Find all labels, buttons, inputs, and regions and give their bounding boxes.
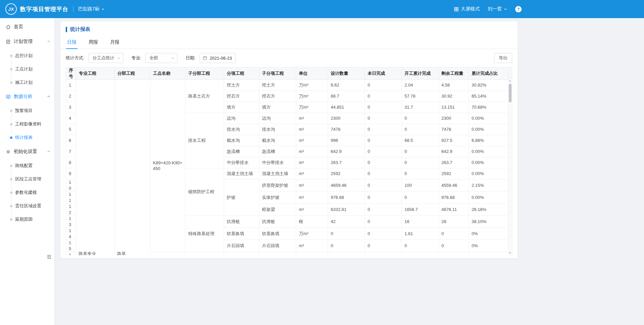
col-header-completion-pct: 累计完成占比 [469, 67, 508, 80]
cell-completion-pct: 70.68% [469, 102, 508, 113]
stat-mode-select[interactable]: 分工点统计 [89, 53, 123, 63]
cell-no: 7 [66, 146, 76, 157]
grid-screen-icon [454, 7, 459, 12]
cell-no: 2 [66, 91, 76, 102]
tab-daily-report[interactable]: 日报 [66, 37, 77, 49]
sidebar-collapse-button[interactable] [0, 254, 54, 259]
cell-unit: m³ [296, 204, 328, 216]
cell-sub-item: 抗滑桩 [259, 216, 296, 228]
cell-remaining: 4559.46 [439, 179, 469, 192]
bullet-dot [10, 205, 12, 207]
sidebar-item-parametric-modeling[interactable]: 参数化建模 [0, 186, 54, 199]
page-layout: 首页 计划管理 总控计划 工点计划 施工计划 数据分析 预警项目 工程影像资料 … [0, 18, 644, 325]
cell-total-done: 68.5 [402, 135, 439, 146]
tab-monthly-report[interactable]: 月报 [109, 37, 120, 49]
chevron-down-icon [504, 7, 507, 11]
cell-design-qty: 263.7 [328, 157, 365, 168]
submenu-plan-management: 总控计划 工点计划 施工计划 [0, 49, 54, 89]
sidebar-item-site-plan[interactable]: 工点计划 [0, 62, 54, 76]
cell-item: 中分带排水 [224, 157, 259, 168]
big-screen-mode-button[interactable]: 大屏模式 [454, 6, 480, 12]
scrollbar-down-arrow[interactable]: ▼ [508, 252, 512, 254]
scrollbar-up-arrow[interactable]: ▲ [508, 79, 512, 82]
cell-unit: 万m³ [296, 102, 328, 113]
scrollbar-thumb[interactable] [509, 84, 512, 102]
logo-text: JX [8, 7, 14, 12]
cell-today-done: 0 [365, 168, 402, 179]
cell-sub-division: 排水工程 [185, 113, 224, 168]
sidebar-group-label: 数据分析 [14, 94, 33, 100]
cell-unit: 根 [296, 216, 328, 228]
sidebar-item-delay-reasons[interactable]: 延期原因 [0, 213, 54, 226]
user-name: 刘一哲 [488, 6, 502, 12]
help-glyph: ? [517, 7, 520, 12]
bullet-dot [10, 178, 12, 180]
sidebar-item-section-site-management[interactable]: 区段工点管理 [0, 172, 54, 186]
cell-design-qty: 4659.46 [328, 179, 365, 192]
cell-today-done: 0 [365, 192, 402, 204]
export-button[interactable]: 导出 [494, 53, 512, 63]
user-menu[interactable]: 刘一哲 [488, 6, 507, 12]
col-header-today-done: 本日完成 [365, 67, 402, 80]
cell-remaining: 4676.11 [439, 204, 469, 216]
cell-total-done: 16 [402, 216, 439, 228]
table-row: 1K89+420-K90+450路基土石方挖土方挖土方万m³6.6202.044… [66, 80, 508, 91]
sidebar-group-data-analysis[interactable]: 数据分析 [0, 89, 54, 104]
cell-today-done: 0 [365, 179, 402, 192]
monitor-chart-icon [6, 94, 11, 99]
cell-unit: 万m³ [296, 228, 328, 240]
cell-sub-item: 实体护坡 [259, 192, 296, 204]
cell-unit: 万m³ [296, 252, 328, 255]
sidebar-item-construction-plan[interactable]: 施工计划 [0, 76, 54, 89]
submenu-init-settings: 路线配置 区段工点管理 参数化建模 责任区域设置 延期原因 [0, 159, 54, 226]
sidebar-group-plan-management[interactable]: 计划管理 [0, 34, 54, 49]
project-selector[interactable]: 巴彭路7标 [78, 6, 105, 12]
cell-total-done: 57.78 [402, 91, 439, 102]
date-label: 日期: [185, 55, 196, 61]
specialty-label: 专业: [131, 55, 142, 61]
specialty-select[interactable]: 全部 [145, 53, 177, 63]
sidebar-group-init-settings[interactable]: 初始化设置 [0, 144, 54, 159]
cell-sub-division: 路基土石方 [185, 80, 224, 113]
table-scrollbar[interactable]: ▲ ▼ [508, 78, 512, 255]
sidebar-item-warning-projects[interactable]: 预警项目 [0, 104, 54, 117]
cell-completion-pct: 0.00% [469, 157, 508, 168]
sidebar-item-route-config[interactable]: 路线配置 [0, 159, 54, 172]
app-header: JX 数字项目管理平台 巴彭路7标 大屏模式 刘一哲 ? [0, 0, 644, 18]
cell-completion-pct: 0% [469, 228, 508, 240]
card-title-row: 统计报表 [60, 21, 518, 37]
cell-completion-pct: 0.00% [469, 113, 508, 124]
help-icon[interactable]: ? [515, 6, 522, 12]
col-header-specialty: 专业工程 [76, 67, 115, 80]
cell-no: 12 [66, 204, 76, 216]
date-picker[interactable]: 2021-06-23 [200, 53, 236, 63]
sidebar-item-master-plan[interactable]: 总控计划 [0, 49, 54, 62]
sidebar-item-label: 路线配置 [15, 163, 33, 169]
col-header-sub-item: 子分项工程 [259, 67, 296, 80]
cell-item: 边沟 [224, 113, 259, 124]
sidebar-item-label: 工点计划 [15, 66, 33, 72]
sidebar-item-label: 区段工点管理 [15, 176, 41, 182]
chevron-up-icon [47, 150, 50, 153]
tab-weekly-report[interactable]: 周报 [88, 37, 99, 49]
cell-total-done: 0 [402, 240, 439, 252]
cell-no: 8 [66, 157, 76, 168]
cell-design-qty: 976.68 [328, 192, 365, 204]
report-table: 序号 专业工程 分部工程 工点名称 子分部工程 分项工程 子分项工程 单位 设计… [66, 67, 508, 255]
cell-design-qty: 0 [328, 228, 365, 240]
project-name: 巴彭路7标 [78, 6, 100, 12]
cell-item: 急流槽 [224, 146, 259, 157]
sidebar-item-label: 工程影像资料 [15, 121, 41, 127]
sidebar-item-responsibility-area[interactable]: 责任区域设置 [0, 199, 54, 213]
cell-design-qty: 88.7 [328, 91, 365, 102]
sidebar-item-project-imagery[interactable]: 工程影像资料 [0, 117, 54, 131]
cell-completion-pct: 0.00% [469, 168, 508, 179]
bullet-dot [10, 68, 12, 70]
sidebar: 首页 计划管理 总控计划 工点计划 施工计划 数据分析 预警项目 工程影像资料 … [0, 18, 55, 325]
bullet-dot [10, 165, 12, 167]
bullet-dot [10, 192, 12, 194]
cell-total-done: 0 [402, 124, 439, 135]
cell-completion-pct: 30.82% [469, 80, 508, 91]
sidebar-item-home[interactable]: 首页 [0, 19, 54, 34]
sidebar-item-statistics-report[interactable]: 统计报表 [0, 131, 54, 144]
